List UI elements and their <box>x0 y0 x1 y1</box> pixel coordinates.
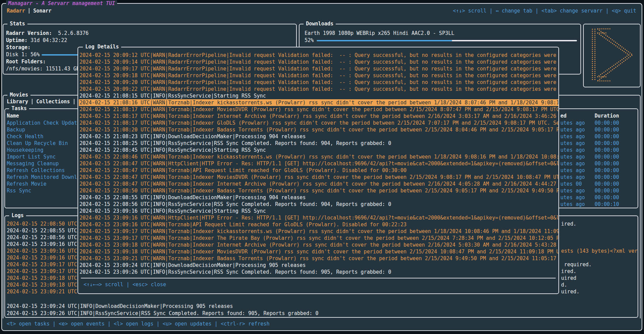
log-detail-line[interactable]: 2024-02-15 21:08:17 UTC|WARN|Torznab|Ind… <box>79 106 558 113</box>
tab-radarr[interactable]: Radarr <box>7 8 25 14</box>
task-last-execution: utes ago <box>560 201 585 207</box>
task-row-name[interactable]: Refresh Monitored Downl <box>7 174 82 181</box>
log-tail: ests (143 bytes)<?xml ver <box>561 248 638 254</box>
log-detail-line[interactable]: 2024-02-15 23:09:26 UTC|INFO|RssSyncServ… <box>79 269 558 275</box>
log-timestamp[interactable]: 2024-02-15 23:09:21 UTC <box>7 288 77 295</box>
log-timestamp[interactable]: 2024-02-15 22:08:55 UTC <box>7 227 77 234</box>
task-row-name[interactable]: Housekeeping <box>7 147 82 153</box>
log-detail-line[interactable]: 2024-02-15 23:09:21 UTC|WARN|Torznab|Ind… <box>79 255 558 262</box>
log-detail-line[interactable]: 2024-02-15 20:09:20 UTC|WARN|RadarrError… <box>79 79 558 86</box>
log-detail-line[interactable]: 2024-02-15 20:09:12 UTC|WARN|RadarrError… <box>79 52 558 59</box>
task-duration: 00:00:00 <box>595 153 619 160</box>
log-list[interactable]: 2024-02-15 22:08:50 UTC2024-02-15 22:08:… <box>7 221 77 295</box>
task-row-name[interactable]: Import List Sync <box>7 153 82 160</box>
log-detail-line[interactable]: 2024-02-15 23:09:16 UTC|WARN|HttpClient|… <box>79 214 558 221</box>
task-row-name[interactable]: Refresh Movie <box>7 181 82 187</box>
logs-title: Logs <box>9 212 26 218</box>
log-detail-line[interactable]: 2024-02-15 23:09:17 UTC|WARN|Torznab|Ind… <box>79 235 558 242</box>
log-detail-line[interactable]: 2024-02-15 22:08:56 UTC|INFO|RssSyncServ… <box>79 201 558 208</box>
log-detail-line[interactable]: 2024-02-15 22:08:46 UTC|WARN|Torznab|Ind… <box>79 153 558 160</box>
task-row-name[interactable]: Application Check Updat <box>7 120 82 126</box>
log-detail-line[interactable]: 2024-02-15 21:08:25 UTC|INFO|RssSyncServ… <box>79 140 558 147</box>
log-full-lines: 2024-02-15 23:09:24 UTC|INFO|DownloadDec… <box>7 303 318 317</box>
task-row-values[interactable]: utes ago00:00:00 <box>560 194 585 201</box>
log-detail-line[interactable]: 2024-02-15 23:09:17 UTC|WARN|Torznab|Ind… <box>79 228 558 235</box>
task-row-name[interactable]: Messaging Cleanup <box>7 160 82 167</box>
log-detail-line[interactable]: 2024-02-15 22:08:47 UTC|WARN|Torznab|API… <box>79 167 558 174</box>
log-timestamp[interactable]: 2024-02-15 22:08:56 UTC <box>7 234 77 241</box>
task-last-execution: utes ago <box>560 194 585 201</box>
task-duration: 00:00:00 <box>595 181 619 187</box>
log-detail-line[interactable]: 2024-02-15 23:09:24 UTC|INFO|DownloadDec… <box>79 262 558 269</box>
log-timestamp[interactable]: 2024-02-15 23:09:16 UTC <box>7 254 77 261</box>
task-row-values[interactable]: utes ago00:00:00 <box>560 174 585 181</box>
download-item-title[interactable]: Earth 1998 1080p WEBRip x265 Hindi AAC2.… <box>299 30 580 37</box>
log-tail: required. <box>561 261 592 268</box>
task-last-execution: utes ago <box>560 133 585 140</box>
log-tail: uired. <box>561 288 579 295</box>
task-last-execution: utes ago <box>560 154 585 160</box>
log-detail-line[interactable]: 2024-02-15 20:09:14 UTC|WARN|RadarrError… <box>79 59 558 65</box>
log-detail-line[interactable]: 2024-02-15 21:08:23 UTC|INFO|DownloadDec… <box>79 133 558 140</box>
stats-uptime-row: Uptime:31d 04:32:22 <box>3 37 296 44</box>
task-row-values[interactable]: utes ago00:00:00 <box>560 126 585 133</box>
log-detail-line[interactable]: 2024-02-15 21:08:16 UTC|WARN|Torznab|Ind… <box>79 99 558 106</box>
log-detail-line[interactable]: 2024-02-15 21:08:15 UTC|INFO|RssSyncServ… <box>79 92 558 99</box>
task-last-execution: utes ago <box>560 120 585 126</box>
log-timestamp[interactable]: 2024-02-15 23:09:17 UTC <box>7 268 77 275</box>
log-detail-line[interactable]: 2024-02-15 22:08:47 UTC|WARN|Torznab|Ind… <box>79 181 558 187</box>
log-timestamp[interactable]: 2024-02-15 23:09:17 UTC <box>7 261 77 268</box>
footer-keybinds: <t> open tasks | <e> open events | <l> o… <box>7 320 270 328</box>
task-duration: 00:00:00 <box>595 160 619 167</box>
log-line[interactable]: 2024-02-15 23:09:26 UTC|INFO|RssSyncServ… <box>7 310 318 317</box>
tab-sonarr[interactable]: Sonarr <box>33 8 51 14</box>
task-row-values[interactable]: utes ago00:00:00 <box>560 133 585 140</box>
task-row-values[interactable]: utes ago00:00:00 <box>560 140 585 147</box>
log-detail-line[interactable]: 2024-02-15 23:09:16 UTC|INFO|RssSyncServ… <box>79 208 558 214</box>
log-timestamp[interactable]: 2024-02-15 23:09:16 UTC <box>7 241 77 248</box>
task-row-name[interactable]: Rss Sync <box>7 187 82 194</box>
log-detail-line[interactable]: 2024-02-15 22:08:55 UTC|INFO|DownloadDec… <box>79 194 558 201</box>
task-row-values[interactable]: utes ago00:00:10 <box>560 201 585 208</box>
log-detail-line[interactable]: 2024-02-15 22:08:50 UTC|WARN|Torznab|Ind… <box>79 187 558 194</box>
task-last-execution: utes ago <box>560 161 585 167</box>
task-row-name[interactable]: Backup <box>7 126 82 133</box>
task-row-name[interactable]: Check Health <box>7 133 82 140</box>
task-row-name[interactable]: Refresh Collections <box>7 167 82 174</box>
log-timestamp[interactable]: 2024-02-15 22:08:50 UTC <box>7 221 77 227</box>
log-timestamp[interactable]: 2024-02-15 23:09:18 UTC <box>7 281 77 288</box>
task-row-values[interactable]: utes ago00:00:00 <box>560 160 585 167</box>
task-row-name[interactable]: Clean Up Recycle Bin <box>7 140 82 147</box>
task-row-values[interactable]: utes ago00:00:00 <box>560 167 585 174</box>
log-detail-line[interactable]: 2024-02-15 22:08:47 UTC|WARN|Torznab|Ind… <box>79 174 558 181</box>
tab-collections[interactable]: Collections <box>36 99 70 105</box>
log-detail-line[interactable]: 2024-02-15 20:09:17 UTC|WARN|RadarrError… <box>79 65 558 72</box>
task-row-values[interactable]: utes ago00:00:00 <box>560 153 585 160</box>
disk-label: Disk 1: 56% <box>6 51 40 58</box>
task-last-execution: utes ago <box>560 167 585 173</box>
task-list[interactable]: Application Check UpdatBackupCheck Healt… <box>7 120 82 194</box>
task-duration: 00:00:00 <box>595 147 619 153</box>
task-row-values[interactable]: utes ago00:00:00 <box>560 147 585 153</box>
log-timestamp[interactable]: 2024-02-15 23:09:18 UTC <box>7 275 77 281</box>
log-detail-line[interactable]: 2024-02-15 20:09:18 UTC|WARN|RadarrError… <box>79 72 558 79</box>
log-detail-line[interactable]: 2024-02-15 22:08:47 UTC|WARN|HttpClient|… <box>79 160 558 167</box>
column-header-duration: Duration <box>595 113 619 119</box>
log-detail-line[interactable]: 2024-02-15 21:08:20 UTC|WARN|Torznab|Ind… <box>79 126 558 133</box>
log-timestamp[interactable]: 2024-02-15 23:09:16 UTC <box>7 248 77 254</box>
log-detail-line[interactable]: 2024-02-15 23:09:18 UTC|WARN|Torznab|Ind… <box>79 248 558 255</box>
log-detail-line[interactable]: 2024-02-15 22:08:45 UTC|INFO|RssSyncServ… <box>79 147 558 153</box>
log-detail-line[interactable]: 2024-02-15 20:09:22 UTC|WARN|RadarrError… <box>79 86 558 92</box>
log-details-list[interactable]: 2024-02-15 20:09:12 UTC|WARN|RadarrError… <box>79 52 558 275</box>
log-line[interactable]: 2024-02-15 23:09:24 UTC|INFO|DownloadDec… <box>7 303 318 310</box>
log-detail-line[interactable]: 2024-02-15 21:08:17 UTC|WARN|Torznab|Ind… <box>79 120 558 126</box>
log-detail-line[interactable]: 2024-02-15 23:09:18 UTC|WARN|Torznab|Ind… <box>79 242 558 248</box>
task-row-values[interactable]: utes ago00:00:00 <box>560 120 585 126</box>
column-header-name: Name <box>7 113 19 119</box>
tab-library[interactable]: Library <box>7 99 28 105</box>
log-detail-line[interactable]: 2024-02-15 23:09:16 UTC|WARN|Torznab|API… <box>79 221 558 228</box>
task-row-values[interactable]: utes 0000:00:00 <box>560 181 585 187</box>
log-details-title: Log Details <box>83 44 121 50</box>
task-row-values[interactable]: utes ago00:00:00 <box>560 187 585 194</box>
log-detail-line[interactable]: 2024-02-15 21:08:17 UTC|WARN|Torznab|Ind… <box>79 113 558 120</box>
